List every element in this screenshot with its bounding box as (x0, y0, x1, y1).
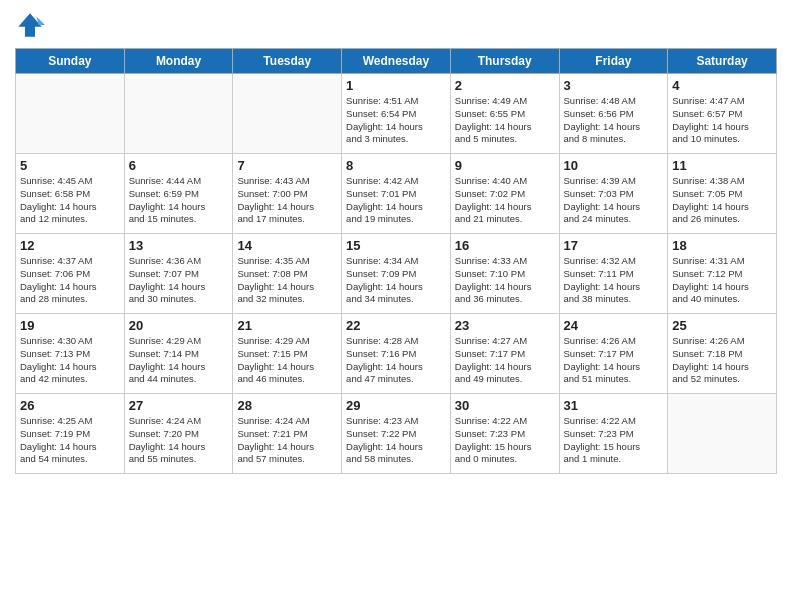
day-info: Sunrise: 4:38 AM Sunset: 7:05 PM Dayligh… (672, 175, 772, 226)
calendar-cell: 1Sunrise: 4:51 AM Sunset: 6:54 PM Daylig… (342, 74, 451, 154)
day-number: 18 (672, 238, 772, 253)
calendar-cell: 7Sunrise: 4:43 AM Sunset: 7:00 PM Daylig… (233, 154, 342, 234)
calendar-cell (16, 74, 125, 154)
day-info: Sunrise: 4:48 AM Sunset: 6:56 PM Dayligh… (564, 95, 664, 146)
day-info: Sunrise: 4:22 AM Sunset: 7:23 PM Dayligh… (455, 415, 555, 466)
day-number: 8 (346, 158, 446, 173)
calendar-cell: 4Sunrise: 4:47 AM Sunset: 6:57 PM Daylig… (668, 74, 777, 154)
day-number: 13 (129, 238, 229, 253)
day-number: 21 (237, 318, 337, 333)
logo-icon (15, 10, 45, 40)
day-info: Sunrise: 4:23 AM Sunset: 7:22 PM Dayligh… (346, 415, 446, 466)
day-info: Sunrise: 4:42 AM Sunset: 7:01 PM Dayligh… (346, 175, 446, 226)
weekday-header-monday: Monday (124, 49, 233, 74)
calendar-cell: 14Sunrise: 4:35 AM Sunset: 7:08 PM Dayli… (233, 234, 342, 314)
day-number: 12 (20, 238, 120, 253)
day-info: Sunrise: 4:31 AM Sunset: 7:12 PM Dayligh… (672, 255, 772, 306)
calendar-cell: 13Sunrise: 4:36 AM Sunset: 7:07 PM Dayli… (124, 234, 233, 314)
calendar-cell: 26Sunrise: 4:25 AM Sunset: 7:19 PM Dayli… (16, 394, 125, 474)
calendar-cell: 3Sunrise: 4:48 AM Sunset: 6:56 PM Daylig… (559, 74, 668, 154)
calendar-cell: 29Sunrise: 4:23 AM Sunset: 7:22 PM Dayli… (342, 394, 451, 474)
calendar-cell: 30Sunrise: 4:22 AM Sunset: 7:23 PM Dayli… (450, 394, 559, 474)
day-info: Sunrise: 4:25 AM Sunset: 7:19 PM Dayligh… (20, 415, 120, 466)
day-info: Sunrise: 4:40 AM Sunset: 7:02 PM Dayligh… (455, 175, 555, 226)
day-number: 20 (129, 318, 229, 333)
day-number: 9 (455, 158, 555, 173)
week-row-3: 12Sunrise: 4:37 AM Sunset: 7:06 PM Dayli… (16, 234, 777, 314)
svg-marker-0 (18, 13, 41, 36)
day-info: Sunrise: 4:49 AM Sunset: 6:55 PM Dayligh… (455, 95, 555, 146)
calendar-cell: 20Sunrise: 4:29 AM Sunset: 7:14 PM Dayli… (124, 314, 233, 394)
calendar-cell: 12Sunrise: 4:37 AM Sunset: 7:06 PM Dayli… (16, 234, 125, 314)
calendar-cell: 19Sunrise: 4:30 AM Sunset: 7:13 PM Dayli… (16, 314, 125, 394)
day-info: Sunrise: 4:34 AM Sunset: 7:09 PM Dayligh… (346, 255, 446, 306)
day-info: Sunrise: 4:24 AM Sunset: 7:20 PM Dayligh… (129, 415, 229, 466)
calendar-cell (124, 74, 233, 154)
day-number: 19 (20, 318, 120, 333)
day-number: 11 (672, 158, 772, 173)
day-info: Sunrise: 4:51 AM Sunset: 6:54 PM Dayligh… (346, 95, 446, 146)
calendar-cell: 6Sunrise: 4:44 AM Sunset: 6:59 PM Daylig… (124, 154, 233, 234)
day-number: 5 (20, 158, 120, 173)
calendar-cell: 9Sunrise: 4:40 AM Sunset: 7:02 PM Daylig… (450, 154, 559, 234)
day-number: 31 (564, 398, 664, 413)
day-number: 3 (564, 78, 664, 93)
day-info: Sunrise: 4:47 AM Sunset: 6:57 PM Dayligh… (672, 95, 772, 146)
day-number: 4 (672, 78, 772, 93)
day-number: 30 (455, 398, 555, 413)
weekday-header-sunday: Sunday (16, 49, 125, 74)
day-info: Sunrise: 4:30 AM Sunset: 7:13 PM Dayligh… (20, 335, 120, 386)
day-number: 7 (237, 158, 337, 173)
day-number: 16 (455, 238, 555, 253)
calendar-cell: 24Sunrise: 4:26 AM Sunset: 7:17 PM Dayli… (559, 314, 668, 394)
day-number: 14 (237, 238, 337, 253)
day-number: 22 (346, 318, 446, 333)
calendar-cell: 2Sunrise: 4:49 AM Sunset: 6:55 PM Daylig… (450, 74, 559, 154)
day-number: 25 (672, 318, 772, 333)
weekday-header-wednesday: Wednesday (342, 49, 451, 74)
day-info: Sunrise: 4:37 AM Sunset: 7:06 PM Dayligh… (20, 255, 120, 306)
day-number: 29 (346, 398, 446, 413)
day-number: 26 (20, 398, 120, 413)
day-info: Sunrise: 4:44 AM Sunset: 6:59 PM Dayligh… (129, 175, 229, 226)
day-number: 27 (129, 398, 229, 413)
calendar-cell: 28Sunrise: 4:24 AM Sunset: 7:21 PM Dayli… (233, 394, 342, 474)
calendar-cell: 25Sunrise: 4:26 AM Sunset: 7:18 PM Dayli… (668, 314, 777, 394)
calendar-cell: 23Sunrise: 4:27 AM Sunset: 7:17 PM Dayli… (450, 314, 559, 394)
day-info: Sunrise: 4:39 AM Sunset: 7:03 PM Dayligh… (564, 175, 664, 226)
calendar-cell: 8Sunrise: 4:42 AM Sunset: 7:01 PM Daylig… (342, 154, 451, 234)
page: SundayMondayTuesdayWednesdayThursdayFrid… (0, 0, 792, 612)
calendar-cell (233, 74, 342, 154)
day-number: 23 (455, 318, 555, 333)
day-info: Sunrise: 4:43 AM Sunset: 7:00 PM Dayligh… (237, 175, 337, 226)
day-number: 6 (129, 158, 229, 173)
calendar-cell: 31Sunrise: 4:22 AM Sunset: 7:23 PM Dayli… (559, 394, 668, 474)
calendar: SundayMondayTuesdayWednesdayThursdayFrid… (15, 48, 777, 474)
weekday-header-tuesday: Tuesday (233, 49, 342, 74)
day-number: 17 (564, 238, 664, 253)
calendar-cell: 5Sunrise: 4:45 AM Sunset: 6:58 PM Daylig… (16, 154, 125, 234)
day-info: Sunrise: 4:32 AM Sunset: 7:11 PM Dayligh… (564, 255, 664, 306)
weekday-header-row: SundayMondayTuesdayWednesdayThursdayFrid… (16, 49, 777, 74)
day-info: Sunrise: 4:33 AM Sunset: 7:10 PM Dayligh… (455, 255, 555, 306)
calendar-cell: 15Sunrise: 4:34 AM Sunset: 7:09 PM Dayli… (342, 234, 451, 314)
calendar-cell: 22Sunrise: 4:28 AM Sunset: 7:16 PM Dayli… (342, 314, 451, 394)
week-row-5: 26Sunrise: 4:25 AM Sunset: 7:19 PM Dayli… (16, 394, 777, 474)
logo (15, 10, 49, 40)
day-info: Sunrise: 4:24 AM Sunset: 7:21 PM Dayligh… (237, 415, 337, 466)
day-number: 24 (564, 318, 664, 333)
day-number: 2 (455, 78, 555, 93)
week-row-1: 1Sunrise: 4:51 AM Sunset: 6:54 PM Daylig… (16, 74, 777, 154)
day-info: Sunrise: 4:45 AM Sunset: 6:58 PM Dayligh… (20, 175, 120, 226)
calendar-cell: 27Sunrise: 4:24 AM Sunset: 7:20 PM Dayli… (124, 394, 233, 474)
day-number: 15 (346, 238, 446, 253)
day-info: Sunrise: 4:36 AM Sunset: 7:07 PM Dayligh… (129, 255, 229, 306)
day-info: Sunrise: 4:29 AM Sunset: 7:15 PM Dayligh… (237, 335, 337, 386)
day-info: Sunrise: 4:27 AM Sunset: 7:17 PM Dayligh… (455, 335, 555, 386)
day-info: Sunrise: 4:22 AM Sunset: 7:23 PM Dayligh… (564, 415, 664, 466)
day-info: Sunrise: 4:28 AM Sunset: 7:16 PM Dayligh… (346, 335, 446, 386)
calendar-cell (668, 394, 777, 474)
header (15, 10, 777, 40)
day-number: 1 (346, 78, 446, 93)
calendar-cell: 16Sunrise: 4:33 AM Sunset: 7:10 PM Dayli… (450, 234, 559, 314)
